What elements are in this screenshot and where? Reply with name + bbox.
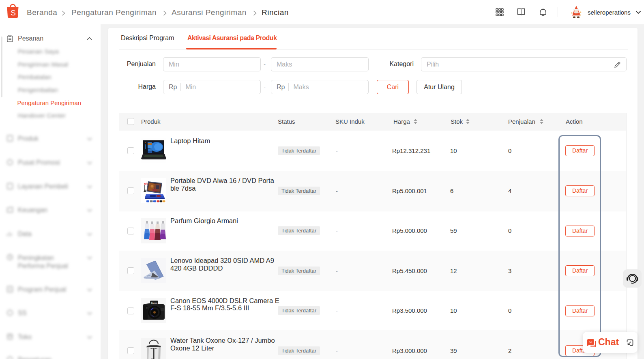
svg-text:S: S (11, 9, 16, 17)
svg-text:Canon: Canon (151, 301, 158, 304)
